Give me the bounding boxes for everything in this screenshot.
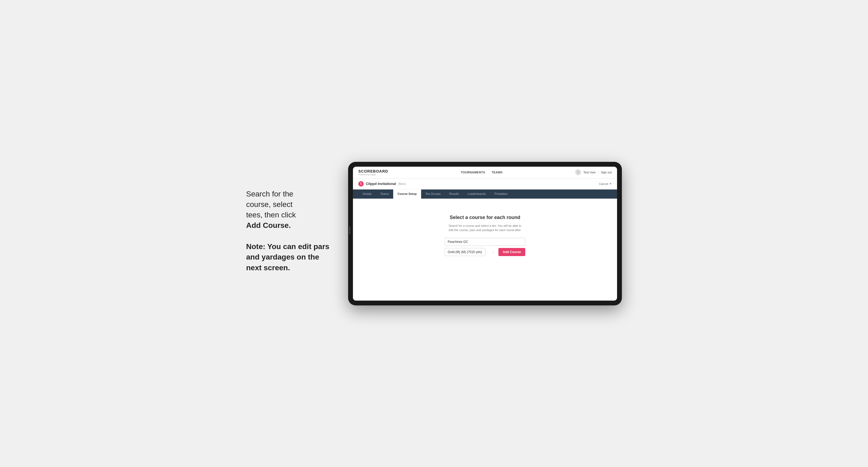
select-course-title: Select a course for each round <box>450 215 520 220</box>
page-wrapper: Search for the course, select tees, then… <box>246 162 622 305</box>
tab-nav: Details Teams Course Setup Tee Groups Re… <box>353 189 617 198</box>
tab-leaderboards[interactable]: Leaderboards <box>463 189 490 198</box>
tee-select[interactable]: Gold (M) (M) (7010 yds) <box>445 248 485 256</box>
add-course-button[interactable]: Add Course <box>498 248 525 256</box>
tab-details[interactable]: Details <box>358 189 376 198</box>
separator: | <box>598 171 599 174</box>
annotation-panel: Search for the course, select tees, then… <box>246 162 332 273</box>
tablet-screen: SCOREBOARD Powered by clippd TOURNAMENTS… <box>353 167 617 301</box>
user-area: T Test User | Sign out <box>575 169 612 175</box>
tab-course-setup[interactable]: Course Setup <box>393 189 421 198</box>
annotation-line3: tees, then click <box>246 211 296 219</box>
tournament-title: C Clippd Invitational (Men) <box>358 181 406 187</box>
main-content: Select a course for each round Search fo… <box>353 198 617 301</box>
signout-link[interactable]: Sign out <box>601 171 612 174</box>
logo-subtitle: Powered by clippd <box>358 174 388 176</box>
annotation-highlight: Add Course. <box>246 221 291 229</box>
note-label: Note: <box>246 242 266 251</box>
select-course-desc: Search for a course and select a tee. Yo… <box>447 224 523 232</box>
user-avatar: T <box>575 169 581 175</box>
tournament-logo: C <box>358 181 364 187</box>
tournament-name: Clippd Invitational <box>366 182 396 186</box>
tablet-frame: SCOREBOARD Powered by clippd TOURNAMENTS… <box>348 162 622 305</box>
cancel-label: Cancel <box>599 182 608 185</box>
tab-printables[interactable]: Printables <box>490 189 512 198</box>
annotation-line2: course, select <box>246 200 292 209</box>
logo-title: SCOREBOARD <box>358 169 388 174</box>
tee-select-wrapper: Gold (M) (M) (7010 yds) <box>445 248 496 256</box>
tablet-side-button <box>349 226 350 234</box>
tournament-header: C Clippd Invitational (Men) Cancel ✕ <box>353 179 617 189</box>
top-bar: SCOREBOARD Powered by clippd TOURNAMENTS… <box>353 167 617 179</box>
course-search-input[interactable] <box>445 238 525 246</box>
nav-tournaments[interactable]: TOURNAMENTS <box>461 171 485 174</box>
tournament-logo-letter: C <box>360 182 362 185</box>
tab-teams[interactable]: Teams <box>376 189 393 198</box>
tab-tee-groups[interactable]: Tee Groups <box>421 189 445 198</box>
tab-results[interactable]: Results <box>445 189 463 198</box>
top-nav: TOURNAMENTS TEAMS <box>461 171 503 174</box>
logo-area: SCOREBOARD Powered by clippd <box>358 169 388 176</box>
cancel-button[interactable]: Cancel ✕ <box>599 182 612 185</box>
cancel-icon: ✕ <box>609 182 612 185</box>
tee-select-row: Gold (M) (M) (7010 yds) Add Course <box>445 248 525 256</box>
nav-teams[interactable]: TEAMS <box>492 171 503 174</box>
user-name: Test User <box>583 171 596 174</box>
tournament-type: (Men) <box>398 182 406 185</box>
annotation-note: Note: You can edit pars and yardages on … <box>246 241 332 273</box>
annotation-line1: Search for the <box>246 190 293 198</box>
